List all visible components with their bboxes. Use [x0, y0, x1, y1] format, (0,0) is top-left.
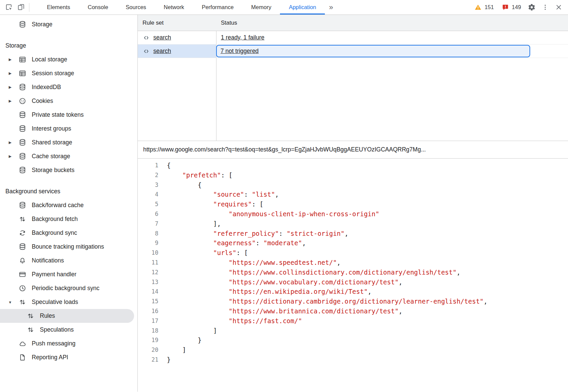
issues-counter[interactable]: 149 — [498, 3, 524, 11]
sidebar-item-background-sync[interactable]: Background sync — [0, 226, 137, 240]
bell-icon — [18, 257, 26, 265]
collapsed-arrow-icon[interactable]: ▶ — [7, 71, 13, 76]
tab-sources[interactable]: Sources — [117, 0, 155, 15]
code-text: ] — [167, 326, 217, 336]
device-toolbar-button[interactable] — [15, 1, 27, 13]
collapsed-arrow-icon[interactable]: ▶ — [7, 140, 13, 145]
status-cell[interactable]: 1 ready, 1 failure — [216, 31, 568, 44]
sidebar-item-rules[interactable]: Rules — [0, 309, 134, 323]
tab-elements[interactable]: Elements — [38, 0, 79, 15]
sidebar-item-local-storage[interactable]: ▶Local storage — [0, 53, 137, 66]
collapsed-arrow-icon[interactable]: ▶ — [7, 57, 13, 62]
line-number: 18 — [138, 326, 158, 336]
collapsed-arrow-icon[interactable]: ▶ — [7, 99, 13, 103]
close-button[interactable] — [552, 1, 565, 13]
updown-icon — [18, 298, 26, 306]
sidebar-item-interest-groups[interactable]: Interest groups — [0, 122, 137, 136]
warning-count-label: 151 — [485, 4, 494, 10]
sidebar-item-indexeddb[interactable]: ▶IndexedDB — [0, 80, 137, 94]
rule-set-row[interactable]: search1 ready, 1 failure — [138, 31, 568, 45]
code-line: 1{ — [138, 161, 568, 170]
rule-set-cell[interactable]: search — [138, 31, 216, 44]
code-line: 7 ], — [138, 219, 568, 229]
sidebar-item-session-storage[interactable]: ▶Session storage — [0, 66, 137, 80]
sidebar-item-speculations[interactable]: Speculations — [0, 323, 137, 337]
line-number: 10 — [138, 248, 158, 258]
line-number: 15 — [138, 297, 158, 306]
menu-button[interactable] — [539, 1, 551, 13]
tab-application[interactable]: Application — [280, 0, 325, 15]
more-tabs-chevron-icon[interactable]: » — [325, 0, 337, 15]
database-icon — [18, 139, 26, 147]
sidebar-item-back-forward-cache[interactable]: Back/forward cache — [0, 198, 137, 212]
rule-set-link[interactable]: search — [153, 34, 171, 41]
code-text: "referrer_policy": "strict-origin", — [167, 229, 348, 239]
sidebar-item-shared-storage[interactable]: ▶Shared storage — [0, 136, 137, 149]
devtools-content: StorageStorage▶Local storage▶Session sto… — [0, 15, 568, 392]
code-line: 6 "anonymous-client-ip-when-cross-origin… — [138, 209, 568, 219]
rule-set-link[interactable]: search — [153, 48, 171, 55]
code-text: { — [167, 180, 202, 190]
tab-performance[interactable]: Performance — [193, 0, 242, 15]
rule-set-icon — [142, 34, 150, 42]
sidebar-item-periodic-background-sync[interactable]: Periodic background sync — [0, 281, 137, 295]
sidebar-item-background-fetch[interactable]: Background fetch — [0, 212, 137, 226]
code-line: 15 "https://dictionary.cambridge.org/dic… — [138, 297, 568, 306]
sidebar-item-bounce-tracking-mitigations[interactable]: Bounce tracking mitigations — [0, 240, 137, 254]
collapsed-arrow-icon[interactable]: ▶ — [7, 85, 13, 89]
sidebar-item-storage[interactable]: Storage — [0, 18, 137, 31]
card-icon — [18, 271, 26, 279]
line-number: 3 — [138, 180, 158, 190]
code-line: 16 "https://www.britannica.com/dictionar… — [138, 306, 568, 316]
sidebar-item-storage-buckets[interactable]: Storage buckets — [0, 163, 137, 177]
sidebar-item-cache-storage[interactable]: ▶Cache storage — [0, 149, 137, 163]
sidebar-item-push-messaging[interactable]: Push messaging — [0, 337, 137, 351]
column-header-rule-set[interactable]: Rule set — [138, 20, 216, 26]
sidebar-item-notifications[interactable]: Notifications — [0, 254, 137, 268]
doc-icon — [18, 354, 26, 362]
tab-console[interactable]: Console — [79, 0, 117, 15]
sidebar-item-reporting-api[interactable]: Reporting API — [0, 351, 137, 364]
sidebar-item-label: Interest groups — [32, 125, 71, 132]
line-number: 1 — [138, 161, 158, 170]
sidebar-item-speculative-loads[interactable]: ▼Speculative loads — [0, 295, 137, 309]
code-line: 8 "referrer_policy": "strict-origin", — [138, 229, 568, 239]
sidebar-item-label: Storage buckets — [32, 167, 74, 174]
sidebar-item-private-state-tokens[interactable]: Private state tokens — [0, 108, 137, 122]
sidebar-item-label: Local storage — [32, 56, 67, 63]
rule-set-cell[interactable]: search — [138, 45, 216, 58]
collapsed-arrow-icon[interactable]: ▶ — [7, 154, 13, 159]
expanded-arrow-icon[interactable]: ▼ — [7, 300, 13, 304]
sidebar-item-cookies[interactable]: ▶Cookies — [0, 94, 137, 108]
column-header-status[interactable]: Status — [216, 20, 237, 26]
rule-set-row[interactable]: search7 not triggered — [138, 45, 568, 58]
database-icon — [18, 152, 26, 161]
code-line: 5 "requires": [ — [138, 199, 568, 209]
code-line: 4 "source": "list", — [138, 190, 568, 199]
rule-set-source-url: https://www.google.com/search?q=test&oq=… — [138, 141, 568, 159]
sidebar-item-payment-handler[interactable]: Payment handler — [0, 268, 137, 281]
code-text: } — [167, 355, 171, 365]
tab-network[interactable]: Network — [155, 0, 193, 15]
speculative-loads-panel: Rule set Status search1 ready, 1 failure… — [138, 15, 568, 392]
source-url-text: https://www.google.com/search?q=test&oq=… — [143, 146, 426, 153]
status-link[interactable]: 7 not triggered — [221, 48, 259, 55]
sidebar-item-label: Rules — [40, 312, 55, 319]
tab-memory[interactable]: Memory — [242, 0, 280, 15]
database-icon — [18, 125, 26, 133]
inspect-element-button[interactable] — [3, 1, 15, 13]
sidebar-section-title-background-services: Background services — [0, 185, 137, 198]
sync-icon — [18, 229, 26, 237]
code-line: 18 ] — [138, 326, 568, 336]
status-link[interactable]: 1 ready, 1 failure — [221, 34, 264, 41]
sidebar-item-label: Back/forward cache — [32, 202, 84, 209]
sidebar-item-label: Session storage — [32, 70, 74, 77]
sidebar-item-label: Cache storage — [32, 153, 70, 160]
status-cell[interactable]: 7 not triggered — [216, 45, 530, 57]
settings-button[interactable] — [525, 1, 538, 13]
code-text: "https://dictionary.cambridge.org/dictio… — [167, 297, 487, 306]
devtools-toolbar: ElementsConsoleSourcesNetworkPerformance… — [0, 0, 568, 15]
warnings-counter[interactable]: 151 — [471, 3, 497, 11]
rule-set-icon — [142, 47, 150, 55]
sidebar-item-label: Periodic background sync — [32, 285, 99, 292]
